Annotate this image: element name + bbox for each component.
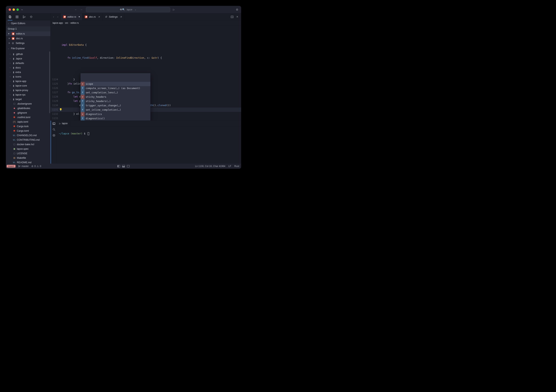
status-eol[interactable]: LF — [228, 165, 231, 168]
open-editor-item[interactable]: ✕⚙Settings — [6, 41, 50, 46]
terminal-panel-icon[interactable] — [53, 122, 55, 125]
editor-tab[interactable]: ⬢doc.rs✕ — [82, 13, 102, 20]
tree-folder[interactable]: ›▮icons — [6, 74, 50, 79]
status-position[interactable]: Ln 1130, Col 18, Char 41964 — [195, 165, 225, 168]
completion-item[interactable]: vsticky_headers — [81, 95, 150, 99]
close-icon[interactable]: ✕ — [98, 16, 100, 18]
tree-file[interactable]: M↓CHANGELOG.md — [6, 133, 50, 138]
remote-icon[interactable]: ⌁ — [21, 8, 23, 11]
code-area[interactable]: impl EditorData { fn inline_find(&self, … — [51, 25, 241, 120]
tree-file[interactable]: ⬢Cargo.lock — [6, 124, 50, 128]
open-editors-header[interactable]: ⌄ Open Editors — [6, 20, 50, 26]
close-icon[interactable]: ✕ — [120, 16, 122, 18]
run-button[interactable]: ▷ — [173, 8, 175, 11]
completion-label: diagnostics() — [85, 116, 105, 120]
toggle-left-panel-icon[interactable] — [117, 165, 120, 167]
completion-item[interactable]: vscope — [81, 82, 150, 86]
tree-file[interactable]: ⬢Cargo.toml — [6, 128, 50, 133]
folder-icon: ▮ — [13, 93, 14, 96]
completion-item[interactable]: vdiagnostics — [81, 112, 150, 116]
close-window-button[interactable] — [9, 8, 11, 11]
tree-item-label: Makefile — [17, 157, 26, 159]
open-editor-item[interactable]: ✕⬢doc.rs — [6, 36, 50, 41]
editor-tab[interactable]: ⚙Settings✕ — [102, 13, 124, 20]
tree-file[interactable]: M↓README.md — [6, 160, 50, 164]
search-panel-icon[interactable] — [53, 128, 55, 131]
toggle-right-panel-icon[interactable] — [127, 165, 130, 167]
file-tree[interactable]: ›▮.github›▮.lapce›▮defaults›▮docs›▮extra… — [6, 51, 50, 164]
tree-folder[interactable]: ›▮.github — [6, 52, 50, 56]
completion-item[interactable]: fset_completion_lens(…) — [81, 90, 150, 95]
tab-next-button[interactable]: › — [56, 15, 60, 18]
terminal-content[interactable]: ~/lapce (master) $ — [57, 126, 241, 164]
tree-file[interactable]: ▤Makefile — [6, 156, 50, 160]
status-language[interactable]: Rust — [234, 165, 239, 168]
tree-folder[interactable]: ›▮extra — [6, 70, 50, 74]
tree-folder[interactable]: ›▮lapce-core — [6, 83, 50, 88]
completion-item[interactable]: fset_inline_completion(…) — [81, 108, 150, 112]
problems-panel-icon[interactable] — [53, 134, 55, 137]
tree-folder[interactable]: ›▮lapce-proxy — [6, 88, 50, 92]
terminal-tab[interactable]: ▷ lapce — [57, 121, 70, 126]
tab-prev-button[interactable]: ‹ — [52, 15, 55, 18]
completion-item[interactable]: ftrigger_syntax_change(…) — [81, 103, 150, 108]
debug-tab-icon[interactable] — [29, 15, 33, 19]
status-diagnostics[interactable]: ⊘ 0 ⚠ 0 — [31, 165, 41, 168]
tree-folder[interactable]: ›▮.lapce — [6, 56, 50, 61]
terminal[interactable]: ▷ lapce ~/lapce (master) $ — [57, 121, 241, 164]
file-explorer-header[interactable]: ⌄ File Explorer — [6, 46, 50, 51]
folder-icon: ▮ — [13, 71, 14, 74]
breadcrumb-segment[interactable]: editor.rs — [70, 22, 79, 24]
breadcrumb[interactable]: lapce-app › src › editor.rs — [51, 20, 241, 25]
completion-item[interactable]: fcompute_screen_lines(…) (as Document) — [81, 86, 150, 90]
tree-folder[interactable]: ›▮defaults — [6, 61, 50, 65]
toggle-bottom-panel-icon[interactable] — [122, 165, 125, 167]
breadcrumb-segment[interactable]: lapce-app — [53, 22, 63, 24]
tree-item-label: docs — [15, 66, 21, 69]
completion-label: scope — [85, 82, 93, 86]
tree-file[interactable]: ▢.dockerignore — [6, 102, 50, 106]
editor-area[interactable]: impl EditorData { fn inline_find(&self, … — [51, 25, 241, 120]
tree-folder[interactable]: ›▮lapce-app — [6, 79, 50, 83]
tree-folder[interactable]: ›▮target — [6, 97, 50, 102]
tree-file[interactable]: ⬢.rustfmt.toml — [6, 115, 50, 119]
tree-file[interactable]: ▢docker-bake.hcl — [6, 142, 50, 147]
svg-point-18 — [18, 165, 19, 166]
settings-gear-icon[interactable]: ⚙ — [236, 8, 238, 11]
split-editor-icon[interactable] — [231, 16, 233, 18]
tree-item-label: lapce-rpc — [15, 93, 25, 96]
close-icon[interactable]: ✕ — [8, 37, 10, 40]
close-icon[interactable]: ✕ — [8, 42, 10, 45]
tree-folder[interactable]: ›▮lapce-rpc — [6, 92, 50, 97]
status-branch[interactable]: master — [18, 165, 29, 168]
tree-file[interactable]: ◆.gitignore — [6, 110, 50, 115]
scm-tab-icon[interactable] — [22, 15, 26, 19]
lightbulb-icon[interactable]: 💡 — [59, 108, 62, 111]
tree-item-label: lapce-proxy — [15, 89, 28, 92]
tree-file[interactable]: [T].taplo.toml — [6, 119, 50, 124]
completion-item[interactable]: fdiagnostics() — [81, 116, 150, 120]
breadcrumb-segment[interactable]: src — [65, 22, 68, 24]
svg-point-6 — [23, 16, 24, 16]
tree-file[interactable]: ▣lapce.spec — [6, 147, 50, 151]
command-palette-button[interactable]: �🔍 lapce ⌄ — [86, 7, 170, 12]
open-editor-item[interactable]: •⬢editor.rs — [6, 31, 50, 36]
completion-label: set_completion_lens(…) — [85, 90, 118, 95]
tree-file[interactable]: ▢LICENSE — [6, 151, 50, 156]
completion-popup[interactable]: vscopefcompute_screen_lines(…) (as Docum… — [80, 73, 151, 120]
explorer-tab-icon[interactable] — [8, 15, 12, 19]
editor-tab[interactable]: ⬢editor.rs• — [61, 13, 82, 20]
nav-back-button[interactable]: ← — [74, 8, 78, 11]
nav-forward-button[interactable]: → — [79, 8, 84, 11]
sidebar-scrollbar[interactable] — [49, 51, 50, 113]
plugin-tab-icon[interactable] — [15, 15, 19, 19]
close-all-icon[interactable]: ✕ — [236, 15, 238, 18]
tree-folder[interactable]: ›▮docs — [6, 65, 50, 70]
fullscreen-window-button[interactable] — [16, 8, 19, 11]
minimize-window-button[interactable] — [13, 8, 15, 11]
tree-file[interactable]: M↓CONTRIBUTING.md — [6, 138, 50, 142]
line-number: 1132 — [51, 112, 62, 116]
tree-file[interactable]: ◆.gitattributes — [6, 106, 50, 110]
chevron-right-icon: › — [10, 58, 12, 60]
completion-item[interactable]: fsticky_headers(…) — [81, 99, 150, 103]
